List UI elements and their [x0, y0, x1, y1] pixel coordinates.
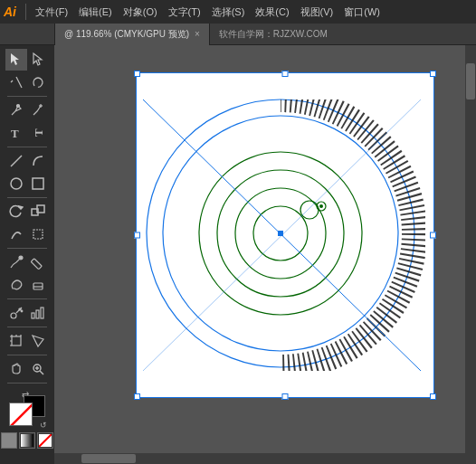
- vertical-scrollbar-thumb[interactable]: [466, 63, 475, 99]
- svg-line-9: [11, 156, 22, 166]
- blob-brush-tool[interactable]: [5, 274, 27, 296]
- tool-row-shapes: [4, 173, 51, 194]
- menu-view[interactable]: 视图(V): [295, 4, 339, 21]
- none-mode-button[interactable]: [37, 432, 53, 449]
- svg-point-10: [11, 178, 22, 189]
- tool-row-symbol: [4, 302, 51, 324]
- svg-rect-25: [36, 310, 39, 318]
- tool-separator-7: [7, 355, 47, 355]
- svg-point-22: [19, 308, 21, 310]
- tab-bar: @ 119.66% (CMYK/GPU 预览) × 软件自学网：RJZXW.CO…: [0, 24, 476, 45]
- svg-marker-1: [33, 53, 42, 65]
- color-mode-button[interactable]: [1, 432, 17, 449]
- tool-row-pen: [4, 99, 51, 121]
- menu-file[interactable]: 文件(F): [30, 4, 73, 21]
- app-logo: Ai: [4, 5, 16, 19]
- fill-color-swatch[interactable]: [9, 402, 33, 426]
- scale-tool[interactable]: [27, 201, 49, 223]
- svg-line-2: [16, 77, 22, 88]
- tool-separator-6: [7, 327, 47, 327]
- menu-window[interactable]: 窗口(W): [338, 4, 386, 21]
- color-swatches: ⇄ ↺: [7, 390, 47, 430]
- type-tool[interactable]: T: [5, 122, 27, 144]
- graph-tool[interactable]: [27, 302, 49, 324]
- tool-row-transform: [4, 201, 51, 223]
- select-tool[interactable]: [5, 49, 27, 71]
- tool-row-blob: [4, 274, 51, 296]
- svg-line-38: [10, 403, 33, 426]
- svg-point-52: [319, 204, 323, 208]
- tool-row-hand: [4, 358, 51, 380]
- svg-point-23: [21, 310, 23, 312]
- tool-row-artboard: [4, 330, 51, 352]
- svg-point-20: [11, 313, 16, 318]
- artwork-svg: [136, 72, 434, 398]
- tool-row-arrows: [4, 49, 51, 71]
- add-anchor-tool[interactable]: [27, 99, 49, 121]
- menu-text[interactable]: 文字(T): [163, 4, 206, 21]
- horizontal-scrollbar-thumb[interactable]: [81, 454, 136, 463]
- tool-separator-1: [7, 96, 47, 97]
- svg-rect-11: [33, 178, 43, 189]
- zoom-tool[interactable]: [27, 358, 49, 380]
- svg-rect-27: [12, 336, 21, 346]
- tool-separator-5: [7, 298, 47, 299]
- pen-tool[interactable]: [5, 99, 27, 121]
- ellipse-tool[interactable]: [5, 173, 27, 194]
- toolbar: T T: [0, 45, 54, 464]
- svg-line-3: [11, 80, 13, 82]
- svg-rect-17: [31, 259, 42, 270]
- tool-separator-3: [7, 197, 47, 198]
- tool-separator-4: [7, 248, 47, 249]
- rotate-tool[interactable]: [5, 201, 27, 223]
- svg-marker-0: [11, 53, 19, 65]
- tab-website: 软件自学网：RJZXW.COM: [219, 28, 328, 41]
- paintbrush-tool[interactable]: [5, 251, 27, 273]
- pencil-tool[interactable]: [27, 251, 49, 273]
- symbol-sprayer-tool[interactable]: [5, 302, 27, 324]
- tool-separator-8: [7, 383, 47, 384]
- svg-point-50: [300, 201, 319, 219]
- eraser-tool[interactable]: [27, 274, 49, 296]
- magic-wand-tool[interactable]: [5, 71, 27, 93]
- tool-row-wand: [4, 71, 51, 93]
- rect-tool[interactable]: [27, 173, 49, 194]
- menu-object[interactable]: 对象(O): [118, 4, 163, 21]
- lasso-tool[interactable]: [27, 71, 49, 93]
- reset-colors-icon[interactable]: ↺: [40, 421, 47, 430]
- tool-row-paint: [4, 251, 51, 273]
- line-tool[interactable]: [5, 150, 27, 172]
- tool-separator-2: [7, 147, 47, 147]
- artboard-tool[interactable]: [5, 330, 27, 352]
- canvas-area[interactable]: [54, 45, 476, 464]
- svg-marker-12: [19, 206, 23, 209]
- svg-rect-39: [21, 434, 33, 447]
- main-area: T T: [0, 45, 476, 464]
- gradient-mode-button[interactable]: [19, 432, 35, 449]
- tool-row-warp: [4, 223, 51, 245]
- svg-point-4: [17, 105, 20, 108]
- slice-tool[interactable]: [27, 330, 49, 352]
- color-mode-buttons: [1, 432, 53, 449]
- svg-point-16: [19, 256, 23, 260]
- svg-line-35: [40, 371, 43, 374]
- hand-tool[interactable]: [5, 358, 27, 380]
- menu-bar: Ai 文件(F) 编辑(E) 对象(O) 文字(T) 选择(S) 效果(C) 视…: [0, 0, 476, 24]
- active-tab[interactable]: @ 119.66% (CMYK/GPU 预览) ×: [54, 24, 210, 45]
- menu-effect[interactable]: 效果(C): [250, 4, 294, 21]
- tab-close-button[interactable]: ×: [195, 29, 200, 39]
- menu-select[interactable]: 选择(S): [206, 4, 251, 21]
- arc-tool[interactable]: [27, 150, 49, 172]
- menu-edit[interactable]: 编辑(E): [73, 4, 118, 21]
- vertical-scrollbar[interactable]: [465, 45, 476, 464]
- svg-rect-15: [33, 230, 43, 239]
- tool-row-line: [4, 150, 51, 172]
- free-transform-tool[interactable]: [27, 223, 49, 245]
- horizontal-scrollbar[interactable]: [54, 453, 465, 464]
- svg-rect-24: [32, 313, 34, 318]
- warp-tool[interactable]: [5, 223, 27, 245]
- vertical-type-tool[interactable]: T: [27, 122, 49, 144]
- svg-rect-26: [41, 308, 43, 318]
- direct-select-tool[interactable]: [27, 49, 49, 71]
- svg-text:T: T: [11, 127, 19, 140]
